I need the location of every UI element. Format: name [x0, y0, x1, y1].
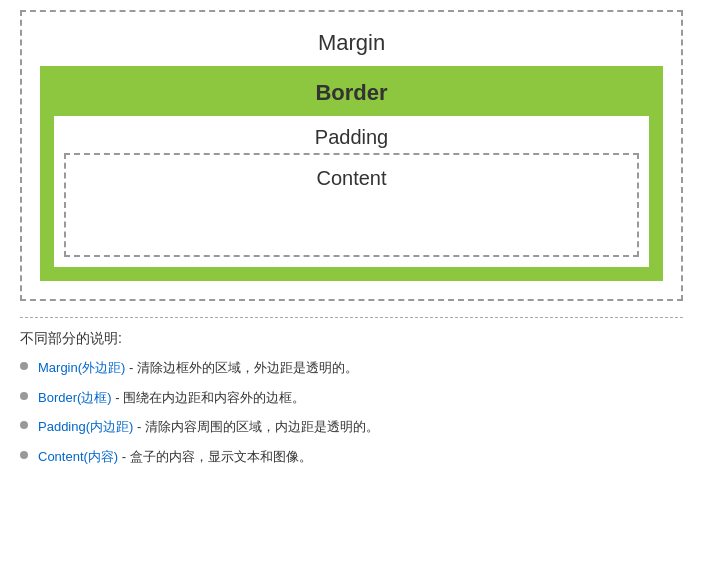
term: Padding(内边距): [38, 419, 133, 434]
desc-text: 盒子的内容，显示文本和图像。: [130, 449, 312, 464]
list-item-text: Content(内容) - 盒子的内容，显示文本和图像。: [38, 447, 312, 467]
diagram-area: Margin Border Padding Content: [20, 10, 683, 301]
list-item-text: Padding(内边距) - 清除内容周围的区域，内边距是透明的。: [38, 417, 379, 437]
bullet-icon: [20, 392, 28, 400]
description-title: 不同部分的说明:: [20, 330, 683, 348]
term: Border(边框): [38, 390, 112, 405]
list-item: Padding(内边距) - 清除内容周围的区域，内边距是透明的。: [20, 417, 683, 437]
padding-label: Padding: [64, 126, 639, 149]
separator: -: [125, 360, 137, 375]
description-list: Margin(外边距) - 清除边框外的区域，外边距是透明的。Border(边框…: [20, 358, 683, 466]
bullet-icon: [20, 362, 28, 370]
list-item-text: Border(边框) - 围绕在内边距和内容外的边框。: [38, 388, 305, 408]
list-item: Margin(外边距) - 清除边框外的区域，外边距是透明的。: [20, 358, 683, 378]
bullet-icon: [20, 421, 28, 429]
list-item: Border(边框) - 围绕在内边距和内容外的边框。: [20, 388, 683, 408]
border-box: Border Padding Content: [40, 66, 663, 281]
content-box: Content: [64, 153, 639, 257]
desc-text: 围绕在内边距和内容外的边框。: [123, 390, 305, 405]
content-label: Content: [66, 167, 637, 190]
margin-label: Margin: [40, 30, 663, 56]
term: Margin(外边距): [38, 360, 125, 375]
desc-text: 清除内容周围的区域，内边距是透明的。: [145, 419, 379, 434]
description-area: 不同部分的说明: Margin(外边距) - 清除边框外的区域，外边距是透明的。…: [20, 317, 683, 466]
list-item-text: Margin(外边距) - 清除边框外的区域，外边距是透明的。: [38, 358, 358, 378]
term: Content(内容): [38, 449, 118, 464]
separator: -: [133, 419, 145, 434]
separator: -: [118, 449, 130, 464]
list-item: Content(内容) - 盒子的内容，显示文本和图像。: [20, 447, 683, 467]
separator: -: [112, 390, 124, 405]
bullet-icon: [20, 451, 28, 459]
border-label: Border: [54, 80, 649, 106]
padding-box: Padding Content: [54, 116, 649, 267]
desc-text: 清除边框外的区域，外边距是透明的。: [137, 360, 358, 375]
